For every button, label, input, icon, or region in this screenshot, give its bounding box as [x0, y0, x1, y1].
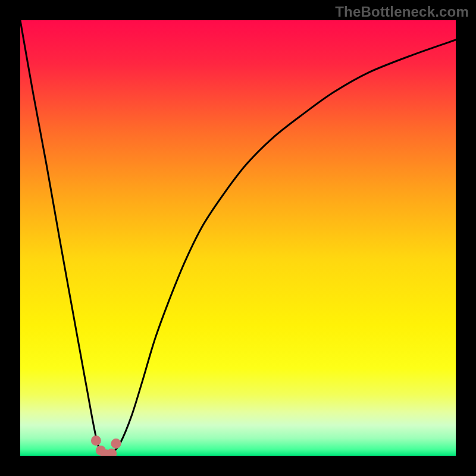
- watermark-text: TheBottleneck.com: [335, 4, 469, 20]
- plot-area: [20, 20, 456, 456]
- valley-dots: [91, 436, 121, 456]
- outer-frame: TheBottleneck.com: [0, 0, 476, 476]
- svg-point-1: [91, 436, 101, 446]
- svg-point-5: [111, 439, 121, 449]
- bottleneck-curve: [20, 20, 456, 456]
